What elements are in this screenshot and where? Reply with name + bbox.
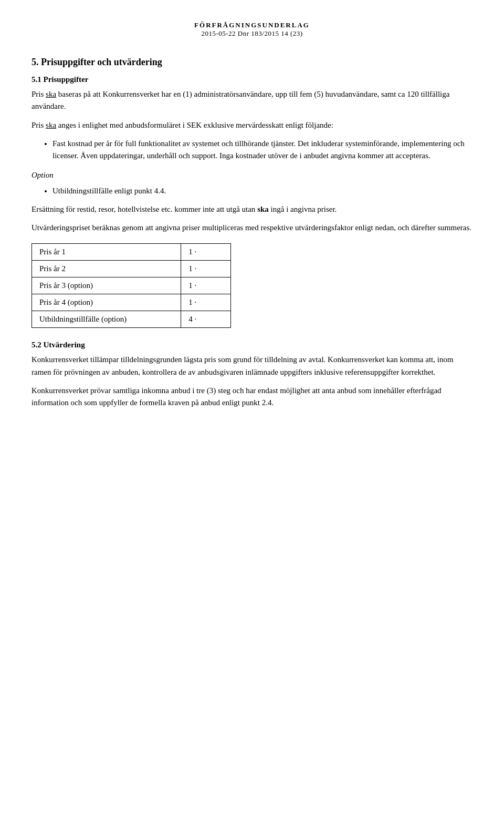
para3-prefix: Ersättning för restid, resor, hotellvist… xyxy=(32,205,257,213)
header-meta: 2015-05-22 Dnr 183/2015 14 (23) xyxy=(32,29,472,38)
subsection52-title: 5.2 Utvärdering xyxy=(32,341,472,349)
option-label: Option xyxy=(32,169,472,181)
pricing-factor: 1 · xyxy=(181,294,231,311)
table-row: Pris år 11 · xyxy=(32,244,231,261)
pricing-label: Pris år 1 xyxy=(32,244,181,261)
pricing-factor: 1 · xyxy=(181,261,231,277)
section5-title: 5. Prisuppgifter och utvärdering xyxy=(32,57,472,68)
pricing-factor: 1 · xyxy=(181,244,231,261)
subsection52-para2: Konkurrensverket prövar samtliga inkomna… xyxy=(32,385,472,409)
bullet-list-1: Fast kostnad per år för full funktionali… xyxy=(52,138,472,162)
para2-middle: anges i enlighet med anbudsformuläret i … xyxy=(56,121,333,129)
para3-suffix: ingå i angivna priser. xyxy=(269,205,337,213)
subsection51-title: 5.1 Prisuppgifter xyxy=(32,75,472,84)
pricing-label: Pris år 3 (option) xyxy=(32,277,181,294)
para4: Utvärderingspriset beräknas genom att an… xyxy=(32,222,472,234)
subsection52-para1: Konkurrensverket tillämpar tilldelningsg… xyxy=(32,354,472,378)
para1: Pris ska baseras på att Konkurrensverket… xyxy=(32,88,472,113)
pricing-label: Utbildningstillfälle (option) xyxy=(32,311,181,328)
bullet-item-1: Fast kostnad per år för full funktionali… xyxy=(52,138,472,162)
para2-underline: ska xyxy=(46,121,56,129)
para3-bold: ska xyxy=(257,205,269,213)
pricing-label: Pris år 4 (option) xyxy=(32,294,181,311)
para1-underline: ska xyxy=(46,90,56,98)
pricing-table: Pris år 11 ·Pris år 21 ·Pris år 3 (optio… xyxy=(32,243,231,328)
pricing-label: Pris år 2 xyxy=(32,261,181,277)
document-header: FÖRFRÅGNINGSUNDERLAG 2015-05-22 Dnr 183/… xyxy=(32,21,472,38)
table-row: Pris år 4 (option)1 · xyxy=(32,294,231,311)
pricing-factor: 4 · xyxy=(181,311,231,328)
table-row: Utbildningstillfälle (option)4 · xyxy=(32,311,231,328)
para1-prefix: Pris xyxy=(32,90,46,98)
para2: Pris ska anges i enlighet med anbudsform… xyxy=(32,119,472,131)
bullet-list-2: Utbildningstillfälle enligt punkt 4.4. xyxy=(52,185,472,197)
pricing-factor: 1 · xyxy=(181,277,231,294)
para1-suffix: baseras på att Konkurrensverket har en (… xyxy=(32,90,449,110)
table-row: Pris år 3 (option)1 · xyxy=(32,277,231,294)
bullet-item-2: Utbildningstillfälle enligt punkt 4.4. xyxy=(52,185,472,197)
para2-prefix: Pris xyxy=(32,121,46,129)
header-title: FÖRFRÅGNINGSUNDERLAG xyxy=(32,21,472,29)
para3: Ersättning för restid, resor, hotellvist… xyxy=(32,203,472,215)
table-row: Pris år 21 · xyxy=(32,261,231,277)
